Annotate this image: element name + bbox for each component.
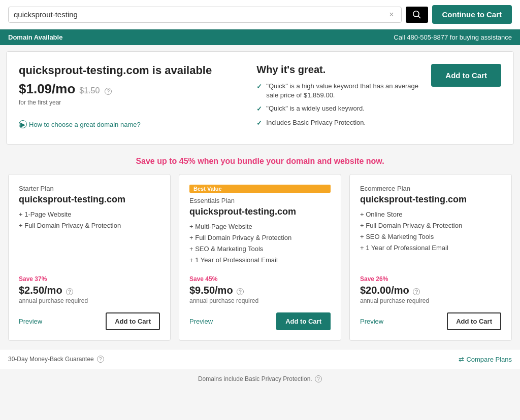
essentials-feature-4: + 1 Year of Professional Email [189, 256, 331, 265]
essentials-preview-link[interactable]: Preview [189, 318, 213, 325]
bundle-title: Save up to 45% when you bundle your doma… [8, 157, 512, 166]
essentials-feature-1: + Multi-Page Website [189, 222, 331, 231]
essentials-save: Save 45% [189, 275, 331, 283]
bundle-section: Save up to 45% when you bundle your doma… [0, 151, 520, 347]
starter-annual: annual purchase required [19, 297, 160, 304]
ecommerce-actions: Preview Add to Cart [360, 312, 501, 330]
ecommerce-price-question-icon[interactable]: ? [413, 288, 420, 295]
header: × Continue to Cart [0, 0, 520, 29]
essentials-add-to-cart-button[interactable]: Add to Cart [276, 312, 331, 330]
add-to-cart-section: Add to Cart [419, 64, 501, 87]
domain-name: quicksprout-testing.com is available [19, 64, 256, 77]
reason-item-2: ✓ "Quick" is a widely used keyword. [256, 104, 419, 114]
essentials-plan-domain: quicksprout-testing.com [189, 206, 331, 217]
check-icon-2: ✓ [256, 104, 262, 114]
reason-item-3: ✓ Includes Basic Privacy Protection. [256, 118, 419, 128]
starter-price-question-icon[interactable]: ? [66, 288, 73, 295]
ecommerce-save: Save 26% [360, 275, 501, 283]
domain-banner: Domain Available Call 480-505-8877 for b… [0, 29, 520, 45]
how-to-link[interactable]: ▶ How to choose a great domain name? [19, 120, 141, 128]
domain-info: quicksprout-testing.com is available $1.… [19, 64, 256, 128]
reason-text-1: "Quick" is a high value keyword that has… [266, 82, 419, 100]
starter-price: $2.50/mo ? [19, 285, 160, 296]
price-row: $1.09/mo $1.50 ? [19, 81, 256, 97]
ecommerce-feature-2: + Full Domain Privacy & Protection [360, 221, 501, 230]
starter-actions: Preview Add to Cart [19, 312, 160, 330]
guarantee-text: 30-Day Money-Back Guarantee [8, 356, 94, 363]
why-title: Why it's great. [256, 64, 419, 76]
price-old: $1.50 [79, 86, 100, 95]
essentials-price: $9.50/mo ? [189, 285, 331, 296]
phone-text: Call 480-505-8877 for buying assistance [394, 33, 512, 41]
essentials-annual: annual purchase required [189, 297, 331, 304]
add-to-cart-main-button[interactable]: Add to Cart [431, 64, 501, 87]
plan-card-essentials: Best Value Essentials Plan quicksprout-t… [179, 174, 341, 341]
essentials-plan-type: Essentials Plan [189, 197, 331, 204]
plan-card-starter: Starter Plan quicksprout-testing.com + 1… [8, 174, 171, 341]
starter-feature-2: + Full Domain Privacy & Protection [19, 221, 160, 230]
ecommerce-plan-domain: quicksprout-testing.com [360, 194, 501, 205]
check-icon-3: ✓ [256, 119, 262, 128]
check-icon-1: ✓ [256, 82, 262, 91]
continue-to-cart-button[interactable]: Continue to Cart [432, 5, 512, 24]
essentials-price-value: $9.50/mo [189, 285, 233, 296]
compare-label: Compare Plans [466, 356, 512, 363]
essentials-price-question-icon[interactable]: ? [237, 288, 244, 295]
plan-card-ecommerce: Ecommerce Plan quicksprout-testing.com +… [349, 174, 512, 341]
footer-bottom: Domains include Basic Privacy Protection… [0, 369, 520, 389]
ecommerce-feature-1: + Online Store [360, 210, 501, 219]
reason-text-2: "Quick" is a widely used keyword. [266, 104, 364, 113]
how-to-link-text: How to choose a great domain name? [29, 121, 141, 128]
ecommerce-price-value: $20.00/mo [360, 285, 409, 296]
ecommerce-feature-3: + SEO & Marketing Tools [360, 232, 501, 241]
guarantee-section: 30-Day Money-Back Guarantee ? [8, 356, 104, 363]
domain-reasons: Why it's great. ✓ "Quick" is a high valu… [256, 64, 419, 132]
search-clear-icon[interactable]: × [389, 10, 394, 19]
reason-item-1: ✓ "Quick" is a high value keyword that h… [256, 82, 419, 100]
ecommerce-annual: annual purchase required [360, 297, 501, 304]
ecommerce-price: $20.00/mo ? [360, 285, 501, 296]
best-value-badge: Best Value [189, 185, 331, 193]
starter-feature-1: + 1-Page Website [19, 210, 160, 219]
starter-save: Save 37% [19, 275, 160, 283]
play-icon: ▶ [19, 120, 27, 128]
ecommerce-preview-link[interactable]: Preview [360, 318, 383, 325]
price-question-icon[interactable]: ? [105, 88, 112, 95]
search-bar: × [8, 7, 402, 23]
plans-grid: Starter Plan quicksprout-testing.com + 1… [8, 174, 512, 341]
ecommerce-plan-type: Ecommerce Plan [360, 185, 501, 192]
essentials-actions: Preview Add to Cart [189, 312, 331, 330]
compare-plans-link[interactable]: ⇄ Compare Plans [459, 356, 512, 363]
compare-icon: ⇄ [459, 356, 464, 363]
reason-text-3: Includes Basic Privacy Protection. [266, 118, 366, 127]
footer-bottom-question-icon[interactable]: ? [315, 375, 322, 382]
starter-plan-type: Starter Plan [19, 185, 160, 192]
price-period: for the first year [19, 99, 256, 106]
search-button[interactable] [406, 7, 428, 23]
starter-preview-link[interactable]: Preview [19, 318, 42, 325]
ecommerce-feature-4: + 1 Year of Professional Email [360, 243, 501, 253]
ecommerce-features: + Online Store + Full Domain Privacy & P… [360, 210, 501, 267]
essentials-feature-3: + SEO & Marketing Tools [189, 244, 331, 254]
starter-plan-domain: quicksprout-testing.com [19, 194, 160, 205]
footer-bottom-text: Domains include Basic Privacy Protection… [198, 375, 312, 382]
price-current: $1.09/mo [19, 81, 75, 97]
domain-card: quicksprout-testing.com is available $1.… [6, 51, 514, 145]
footer-bar: 30-Day Money-Back Guarantee ? ⇄ Compare … [0, 349, 520, 369]
search-input[interactable] [14, 10, 389, 19]
starter-price-value: $2.50/mo [19, 285, 62, 296]
starter-features: + 1-Page Website + Full Domain Privacy &… [19, 210, 160, 238]
ecommerce-add-to-cart-button[interactable]: Add to Cart [447, 312, 501, 330]
domain-available-text: Domain Available [8, 33, 62, 41]
essentials-features: + Multi-Page Website + Full Domain Priva… [189, 222, 331, 267]
search-icon [413, 11, 421, 19]
essentials-feature-2: + Full Domain Privacy & Protection [189, 233, 331, 242]
starter-add-to-cart-button[interactable]: Add to Cart [106, 312, 160, 330]
guarantee-question-icon[interactable]: ? [97, 356, 104, 363]
domain-card-bottom: ▶ How to choose a great domain name? [19, 120, 256, 128]
